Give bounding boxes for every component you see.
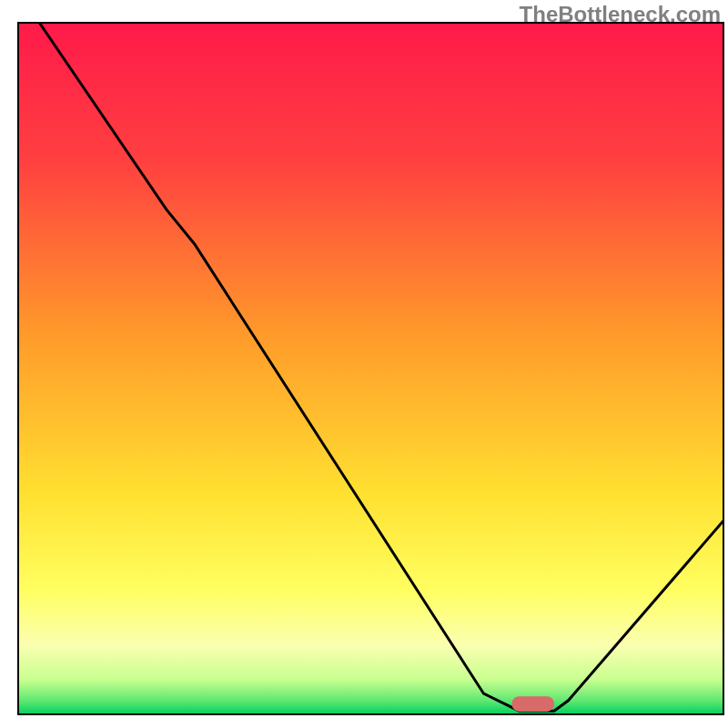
- gradient-background: [18, 23, 723, 714]
- watermark-text: TheBottleneck.com: [520, 2, 721, 27]
- optimal-marker: [512, 696, 555, 712]
- chart-container: TheBottleneck.com: [0, 0, 728, 728]
- chart-svg: [0, 0, 728, 728]
